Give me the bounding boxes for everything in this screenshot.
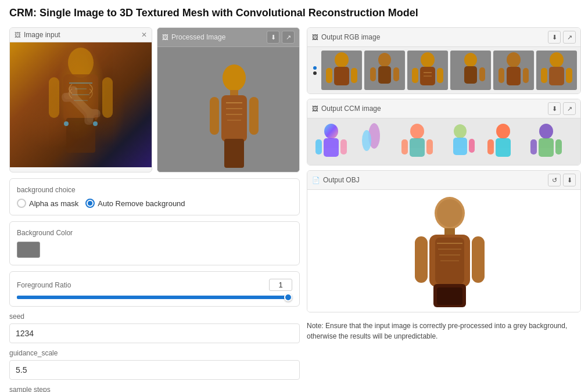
- processed-image-body: [157, 47, 299, 172]
- output-rgb-strip: [307, 47, 580, 93]
- svg-rect-75: [539, 138, 554, 157]
- svg-point-66: [454, 124, 467, 138]
- svg-point-48: [550, 52, 564, 67]
- svg-rect-24: [326, 68, 332, 83]
- svg-rect-25: [351, 68, 357, 83]
- output-ccm-header-left: 🖼 Output CCM image: [312, 105, 381, 113]
- output-ccm-label: Output CCM image: [321, 105, 381, 113]
- svg-rect-28: [378, 66, 391, 84]
- processed-share-button[interactable]: ↗: [282, 31, 295, 44]
- rgb-thumb-3: [407, 51, 448, 90]
- image-input-header: 🖼 Image input ✕: [10, 28, 152, 42]
- svg-rect-45: [498, 68, 504, 83]
- svg-rect-63: [401, 139, 408, 154]
- auto-remove-label: Auto Remove background: [98, 199, 185, 208]
- svg-rect-4: [66, 118, 95, 153]
- svg-point-43: [507, 52, 521, 67]
- rgb-thumb-6: [536, 51, 577, 90]
- ccm-thumb-3: [397, 122, 437, 161]
- svg-rect-15: [249, 97, 259, 135]
- output-rgb-panel: 🖼 Output RGB image ⬇ ↗: [307, 27, 581, 94]
- svg-rect-88: [472, 236, 485, 283]
- svg-rect-46: [523, 68, 529, 83]
- svg-rect-87: [415, 236, 428, 283]
- bg-color-swatch[interactable]: [17, 242, 40, 258]
- svg-rect-2: [49, 77, 59, 118]
- guidance-scale-section: guidance_scale: [9, 349, 300, 380]
- auto-remove-option[interactable]: Auto Remove background: [85, 199, 185, 208]
- svg-rect-23: [334, 67, 349, 85]
- processed-download-button[interactable]: ⬇: [267, 31, 279, 44]
- svg-point-9: [64, 121, 69, 126]
- processed-image-header: 🖼 Processed Image ⬇ ↗: [157, 28, 299, 47]
- processed-icon: 🖼: [162, 34, 168, 41]
- guidance-input[interactable]: [9, 360, 300, 380]
- svg-rect-44: [507, 67, 521, 85]
- page-wrapper: CRM: Single Image to 3D Textured Mesh wi…: [0, 0, 581, 392]
- note-text: Note: Ensure that the input image is cor…: [307, 317, 581, 345]
- output-obj-download-button[interactable]: ⬇: [563, 174, 576, 186]
- svg-point-79: [437, 199, 462, 227]
- anatomy-image: [10, 42, 152, 167]
- svg-point-22: [335, 52, 349, 67]
- svg-rect-90: [437, 287, 462, 305]
- output-obj-panel: 📄 Output OBJ ↺ ⬇: [307, 170, 581, 312]
- svg-rect-40: [464, 66, 477, 84]
- output-rgb-share-button[interactable]: ↗: [563, 31, 576, 44]
- svg-rect-41: [479, 67, 485, 81]
- sample-steps-section: sample steps: [9, 386, 300, 392]
- processed-panel-actions: ⬇ ↗: [267, 31, 295, 44]
- svg-rect-51: [566, 68, 572, 83]
- svg-rect-12: [230, 90, 238, 96]
- right-panel: 🖼 Output RGB image ⬇ ↗: [307, 27, 581, 392]
- alpha-as-mask-label: Alpha as mask: [29, 199, 78, 208]
- output-obj-header-left: 📄 Output OBJ: [312, 176, 360, 184]
- svg-rect-76: [530, 139, 537, 154]
- fg-ratio-header: Foreground Ratio 1: [17, 279, 292, 291]
- processed-image-label: Processed Image: [171, 33, 225, 41]
- rgb-thumb-4: [450, 51, 491, 90]
- rgb-thumb-5: [493, 51, 534, 90]
- auto-radio-circle: [85, 199, 95, 208]
- svg-rect-13: [221, 95, 247, 142]
- svg-point-70: [496, 124, 510, 139]
- image-input-panel: 🖼 Image input ✕: [9, 27, 152, 172]
- output-rgb-icon: 🖼: [312, 34, 318, 41]
- slider-thumb: [284, 293, 292, 301]
- output-ccm-share-button[interactable]: ↗: [563, 102, 576, 115]
- output-rgb-download-button[interactable]: ⬇: [548, 31, 561, 44]
- output-ccm-download-button[interactable]: ⬇: [548, 102, 561, 115]
- svg-rect-3: [102, 77, 113, 118]
- alpha-as-mask-option[interactable]: Alpha as mask: [17, 199, 78, 208]
- svg-rect-67: [453, 138, 467, 155]
- rgb-dot-selector: [311, 64, 319, 77]
- left-panel: 🖼 Image input ✕: [9, 27, 300, 392]
- ccm-thumb-2: [354, 122, 394, 161]
- seed-input[interactable]: [9, 323, 300, 343]
- background-choice-label: background choice: [17, 186, 292, 194]
- output-rgb-label: Output RGB image: [321, 33, 380, 41]
- output-obj-refresh-button[interactable]: ↺: [548, 174, 561, 186]
- image-input-close-button[interactable]: ✕: [141, 31, 147, 39]
- ccm-thumb-6: [526, 122, 566, 161]
- svg-rect-1: [63, 74, 98, 121]
- svg-rect-34: [412, 68, 418, 83]
- radio-group: Alpha as mask Auto Remove background: [17, 199, 292, 208]
- bg-color-label: Background Color: [17, 229, 292, 237]
- ccm-thumb-5: [483, 122, 523, 161]
- seed-label: seed: [9, 312, 300, 321]
- svg-point-59: [362, 130, 371, 151]
- svg-point-39: [464, 53, 477, 67]
- svg-rect-71: [496, 138, 511, 157]
- fg-ratio-slider[interactable]: [17, 296, 292, 299]
- image-input-header-left: 🖼 Image input: [15, 31, 60, 39]
- svg-point-74: [539, 124, 553, 139]
- svg-rect-49: [549, 67, 564, 85]
- output-ccm-icon: 🖼: [312, 105, 318, 112]
- page-title: CRM: Single Image to 3D Textured Mesh wi…: [9, 7, 572, 19]
- alpha-radio-circle: [17, 199, 26, 208]
- svg-point-61: [410, 124, 424, 139]
- guidance-label: guidance_scale: [9, 349, 300, 357]
- output-ccm-actions: ⬇ ↗: [548, 102, 576, 115]
- svg-rect-72: [487, 139, 494, 154]
